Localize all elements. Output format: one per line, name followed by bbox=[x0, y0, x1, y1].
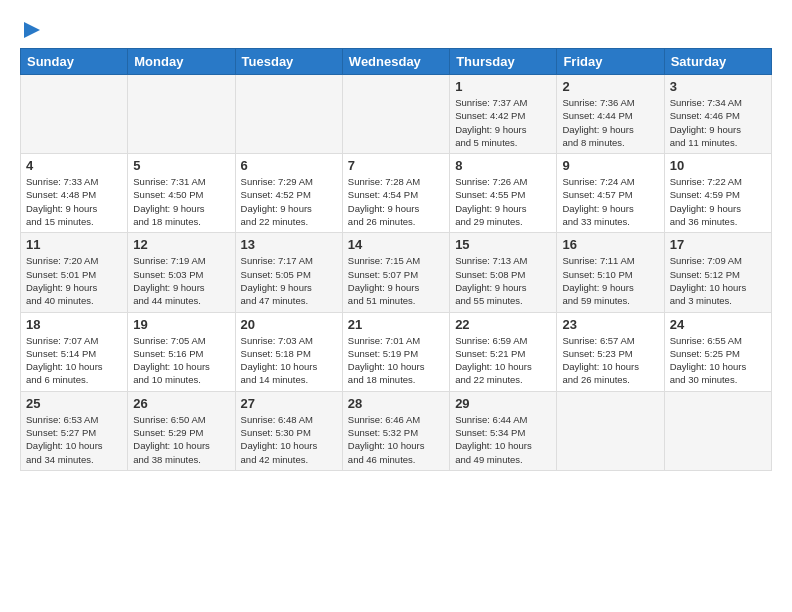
day-info: Sunrise: 7:05 AMSunset: 5:16 PMDaylight:… bbox=[133, 334, 229, 387]
day-number: 19 bbox=[133, 317, 229, 332]
col-header-wednesday: Wednesday bbox=[342, 49, 449, 75]
header-row: SundayMondayTuesdayWednesdayThursdayFrid… bbox=[21, 49, 772, 75]
day-cell: 10Sunrise: 7:22 AMSunset: 4:59 PMDayligh… bbox=[664, 154, 771, 233]
day-cell: 11Sunrise: 7:20 AMSunset: 5:01 PMDayligh… bbox=[21, 233, 128, 312]
day-number: 21 bbox=[348, 317, 444, 332]
logo-flag-icon bbox=[22, 20, 42, 40]
day-number: 14 bbox=[348, 237, 444, 252]
day-info: Sunrise: 7:09 AMSunset: 5:12 PMDaylight:… bbox=[670, 254, 766, 307]
week-row-3: 11Sunrise: 7:20 AMSunset: 5:01 PMDayligh… bbox=[21, 233, 772, 312]
day-cell: 4Sunrise: 7:33 AMSunset: 4:48 PMDaylight… bbox=[21, 154, 128, 233]
day-number: 29 bbox=[455, 396, 551, 411]
day-cell: 24Sunrise: 6:55 AMSunset: 5:25 PMDayligh… bbox=[664, 312, 771, 391]
day-cell: 27Sunrise: 6:48 AMSunset: 5:30 PMDayligh… bbox=[235, 391, 342, 470]
day-number: 9 bbox=[562, 158, 658, 173]
day-cell: 17Sunrise: 7:09 AMSunset: 5:12 PMDayligh… bbox=[664, 233, 771, 312]
day-number: 18 bbox=[26, 317, 122, 332]
day-number: 16 bbox=[562, 237, 658, 252]
day-cell: 2Sunrise: 7:36 AMSunset: 4:44 PMDaylight… bbox=[557, 75, 664, 154]
day-cell: 26Sunrise: 6:50 AMSunset: 5:29 PMDayligh… bbox=[128, 391, 235, 470]
day-info: Sunrise: 6:44 AMSunset: 5:34 PMDaylight:… bbox=[455, 413, 551, 466]
day-cell bbox=[21, 75, 128, 154]
day-info: Sunrise: 6:55 AMSunset: 5:25 PMDaylight:… bbox=[670, 334, 766, 387]
day-number: 4 bbox=[26, 158, 122, 173]
day-cell: 15Sunrise: 7:13 AMSunset: 5:08 PMDayligh… bbox=[450, 233, 557, 312]
day-info: Sunrise: 7:31 AMSunset: 4:50 PMDaylight:… bbox=[133, 175, 229, 228]
header bbox=[20, 16, 772, 40]
day-info: Sunrise: 6:50 AMSunset: 5:29 PMDaylight:… bbox=[133, 413, 229, 466]
day-cell: 16Sunrise: 7:11 AMSunset: 5:10 PMDayligh… bbox=[557, 233, 664, 312]
day-number: 27 bbox=[241, 396, 337, 411]
day-number: 15 bbox=[455, 237, 551, 252]
week-row-4: 18Sunrise: 7:07 AMSunset: 5:14 PMDayligh… bbox=[21, 312, 772, 391]
day-number: 24 bbox=[670, 317, 766, 332]
day-cell: 12Sunrise: 7:19 AMSunset: 5:03 PMDayligh… bbox=[128, 233, 235, 312]
day-cell: 8Sunrise: 7:26 AMSunset: 4:55 PMDaylight… bbox=[450, 154, 557, 233]
week-row-5: 25Sunrise: 6:53 AMSunset: 5:27 PMDayligh… bbox=[21, 391, 772, 470]
day-info: Sunrise: 6:53 AMSunset: 5:27 PMDaylight:… bbox=[26, 413, 122, 466]
day-info: Sunrise: 7:22 AMSunset: 4:59 PMDaylight:… bbox=[670, 175, 766, 228]
day-cell: 21Sunrise: 7:01 AMSunset: 5:19 PMDayligh… bbox=[342, 312, 449, 391]
day-cell: 1Sunrise: 7:37 AMSunset: 4:42 PMDaylight… bbox=[450, 75, 557, 154]
col-header-monday: Monday bbox=[128, 49, 235, 75]
day-number: 5 bbox=[133, 158, 229, 173]
day-number: 12 bbox=[133, 237, 229, 252]
day-cell: 25Sunrise: 6:53 AMSunset: 5:27 PMDayligh… bbox=[21, 391, 128, 470]
day-number: 11 bbox=[26, 237, 122, 252]
day-cell: 20Sunrise: 7:03 AMSunset: 5:18 PMDayligh… bbox=[235, 312, 342, 391]
day-number: 2 bbox=[562, 79, 658, 94]
day-info: Sunrise: 7:34 AMSunset: 4:46 PMDaylight:… bbox=[670, 96, 766, 149]
day-info: Sunrise: 6:59 AMSunset: 5:21 PMDaylight:… bbox=[455, 334, 551, 387]
logo bbox=[20, 20, 42, 40]
day-info: Sunrise: 7:07 AMSunset: 5:14 PMDaylight:… bbox=[26, 334, 122, 387]
day-cell: 7Sunrise: 7:28 AMSunset: 4:54 PMDaylight… bbox=[342, 154, 449, 233]
week-row-2: 4Sunrise: 7:33 AMSunset: 4:48 PMDaylight… bbox=[21, 154, 772, 233]
day-number: 23 bbox=[562, 317, 658, 332]
day-number: 20 bbox=[241, 317, 337, 332]
day-info: Sunrise: 7:17 AMSunset: 5:05 PMDaylight:… bbox=[241, 254, 337, 307]
day-number: 26 bbox=[133, 396, 229, 411]
col-header-thursday: Thursday bbox=[450, 49, 557, 75]
col-header-sunday: Sunday bbox=[21, 49, 128, 75]
day-info: Sunrise: 6:57 AMSunset: 5:23 PMDaylight:… bbox=[562, 334, 658, 387]
day-info: Sunrise: 7:36 AMSunset: 4:44 PMDaylight:… bbox=[562, 96, 658, 149]
day-info: Sunrise: 7:20 AMSunset: 5:01 PMDaylight:… bbox=[26, 254, 122, 307]
day-number: 1 bbox=[455, 79, 551, 94]
svg-marker-0 bbox=[24, 22, 40, 38]
day-info: Sunrise: 6:46 AMSunset: 5:32 PMDaylight:… bbox=[348, 413, 444, 466]
day-cell: 6Sunrise: 7:29 AMSunset: 4:52 PMDaylight… bbox=[235, 154, 342, 233]
day-cell bbox=[557, 391, 664, 470]
day-number: 28 bbox=[348, 396, 444, 411]
day-number: 22 bbox=[455, 317, 551, 332]
day-info: Sunrise: 7:13 AMSunset: 5:08 PMDaylight:… bbox=[455, 254, 551, 307]
calendar-table: SundayMondayTuesdayWednesdayThursdayFrid… bbox=[20, 48, 772, 471]
day-number: 10 bbox=[670, 158, 766, 173]
week-row-1: 1Sunrise: 7:37 AMSunset: 4:42 PMDaylight… bbox=[21, 75, 772, 154]
col-header-friday: Friday bbox=[557, 49, 664, 75]
day-number: 8 bbox=[455, 158, 551, 173]
day-cell: 28Sunrise: 6:46 AMSunset: 5:32 PMDayligh… bbox=[342, 391, 449, 470]
day-cell bbox=[664, 391, 771, 470]
day-number: 3 bbox=[670, 79, 766, 94]
day-cell: 14Sunrise: 7:15 AMSunset: 5:07 PMDayligh… bbox=[342, 233, 449, 312]
day-info: Sunrise: 7:37 AMSunset: 4:42 PMDaylight:… bbox=[455, 96, 551, 149]
day-cell: 29Sunrise: 6:44 AMSunset: 5:34 PMDayligh… bbox=[450, 391, 557, 470]
day-info: Sunrise: 7:24 AMSunset: 4:57 PMDaylight:… bbox=[562, 175, 658, 228]
day-info: Sunrise: 7:33 AMSunset: 4:48 PMDaylight:… bbox=[26, 175, 122, 228]
day-number: 13 bbox=[241, 237, 337, 252]
col-header-saturday: Saturday bbox=[664, 49, 771, 75]
day-cell: 3Sunrise: 7:34 AMSunset: 4:46 PMDaylight… bbox=[664, 75, 771, 154]
day-cell: 13Sunrise: 7:17 AMSunset: 5:05 PMDayligh… bbox=[235, 233, 342, 312]
day-number: 7 bbox=[348, 158, 444, 173]
col-header-tuesday: Tuesday bbox=[235, 49, 342, 75]
day-info: Sunrise: 7:28 AMSunset: 4:54 PMDaylight:… bbox=[348, 175, 444, 228]
day-cell bbox=[128, 75, 235, 154]
day-cell: 19Sunrise: 7:05 AMSunset: 5:16 PMDayligh… bbox=[128, 312, 235, 391]
day-info: Sunrise: 7:26 AMSunset: 4:55 PMDaylight:… bbox=[455, 175, 551, 228]
day-cell: 9Sunrise: 7:24 AMSunset: 4:57 PMDaylight… bbox=[557, 154, 664, 233]
day-cell: 22Sunrise: 6:59 AMSunset: 5:21 PMDayligh… bbox=[450, 312, 557, 391]
day-info: Sunrise: 7:19 AMSunset: 5:03 PMDaylight:… bbox=[133, 254, 229, 307]
day-info: Sunrise: 7:15 AMSunset: 5:07 PMDaylight:… bbox=[348, 254, 444, 307]
day-info: Sunrise: 6:48 AMSunset: 5:30 PMDaylight:… bbox=[241, 413, 337, 466]
day-info: Sunrise: 7:29 AMSunset: 4:52 PMDaylight:… bbox=[241, 175, 337, 228]
